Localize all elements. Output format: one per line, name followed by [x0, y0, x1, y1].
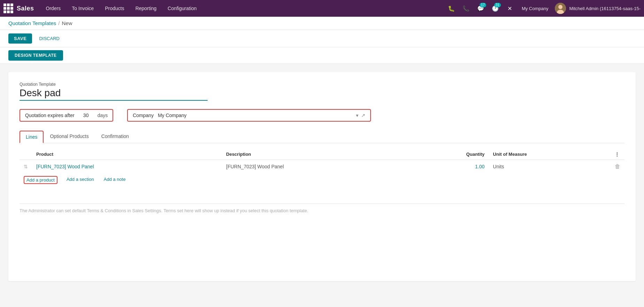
phone-icon[interactable]: 📞	[460, 3, 472, 14]
avatar[interactable]	[555, 3, 566, 14]
top-navigation: Sales Orders To Invoice Products Reporti…	[0, 0, 644, 17]
delete-cell: 🗑	[611, 160, 624, 174]
company-box: Company My Company ▾ ↗	[127, 109, 371, 122]
terms-text: The Administrator can set default Terms …	[20, 208, 624, 213]
col-header-options[interactable]: ⋮	[611, 149, 624, 160]
nav-orders[interactable]: Orders	[41, 0, 66, 17]
close-icon[interactable]: ✕	[504, 3, 515, 14]
nav-configuration[interactable]: Configuration	[163, 0, 201, 17]
tab-confirmation[interactable]: Confirmation	[95, 130, 135, 143]
svg-point-1	[558, 5, 562, 9]
design-bar: DESIGN TEMPLATE	[0, 47, 644, 64]
user-name: Mitchell Admin (16113754-saas-15-	[569, 6, 641, 11]
bug-icon[interactable]: 🐛	[446, 3, 457, 14]
company-value[interactable]: My Company	[158, 113, 352, 118]
breadcrumb-separator: /	[58, 20, 60, 26]
company-actions: ▾ ↗	[356, 113, 365, 118]
discard-button[interactable]: DISCARD	[35, 33, 64, 44]
expiry-unit: days	[98, 113, 108, 118]
expiry-days-input[interactable]	[77, 113, 95, 118]
breadcrumb: Quotation Templates / New	[0, 17, 644, 30]
activity-badge: 31	[494, 3, 501, 7]
add-product-link[interactable]: Add a product	[24, 176, 57, 184]
expiry-label: Quotation expires after	[25, 113, 75, 118]
row-handle[interactable]: ⇅	[20, 160, 32, 174]
uom-cell: Units	[489, 160, 611, 174]
tabs: Lines Optional Products Confirmation	[20, 130, 624, 143]
table-row: ⇅ [FURN_7023] Wood Panel [FURN_7023] Woo…	[20, 160, 624, 174]
description-cell: [FURN_7023] Wood Panel	[222, 160, 412, 174]
main-content: Quotation Template Quotation expires aft…	[0, 64, 644, 290]
tab-lines[interactable]: Lines	[20, 131, 44, 143]
brand-label: Sales	[17, 5, 34, 12]
add-links: Add a product Add a section Add a note	[20, 173, 624, 187]
form-card: Quotation Template Quotation expires aft…	[8, 72, 636, 281]
breadcrumb-link[interactable]: Quotation Templates	[8, 20, 56, 26]
company-external-link-icon[interactable]: ↗	[361, 113, 365, 118]
activity-icon[interactable]: 🕐 31	[490, 3, 501, 14]
add-section-link[interactable]: Add a section	[66, 176, 95, 184]
quantity-cell[interactable]: 1.00	[412, 160, 489, 174]
save-button[interactable]: SAVE	[8, 33, 32, 44]
breadcrumb-current: New	[62, 20, 72, 26]
col-header-quantity: Quantity	[412, 149, 489, 160]
company-name: My Company	[522, 6, 549, 11]
col-header-description: Description	[222, 149, 412, 160]
messages-badge: 17	[480, 3, 486, 7]
fields-row: Quotation expires after days Company My …	[20, 109, 624, 122]
add-note-link[interactable]: Add a note	[103, 176, 126, 184]
delete-row-button[interactable]: 🗑	[615, 163, 620, 169]
col-header-uom: Unit of Measure	[489, 149, 611, 160]
expiry-box: Quotation expires after days	[20, 109, 113, 122]
page-wrapper: Quotation Templates / New SAVE DISCARD D…	[0, 17, 644, 307]
nav-to-invoice[interactable]: To Invoice	[67, 0, 99, 17]
product-cell[interactable]: [FURN_7023] Wood Panel	[32, 160, 222, 174]
header-icons: 🐛 📞 💬 17 🕐 31 ✕ My Company Mitchell Admi…	[446, 3, 641, 14]
product-table: Product Description Quantity Unit of Mea…	[20, 149, 624, 173]
apps-menu-icon[interactable]	[3, 3, 13, 13]
template-field-label: Quotation Template	[20, 82, 624, 87]
company-field-label: Company	[133, 113, 154, 118]
nav-reporting[interactable]: Reporting	[131, 0, 162, 17]
messages-icon[interactable]: 💬 17	[475, 3, 486, 14]
design-template-button[interactable]: DESIGN TEMPLATE	[8, 50, 63, 61]
tab-optional-products[interactable]: Optional Products	[44, 130, 95, 143]
template-name-input[interactable]	[20, 87, 208, 101]
terms-section: The Administrator can set default Terms …	[20, 204, 624, 213]
action-bar: SAVE DISCARD	[0, 30, 644, 47]
company-dropdown-icon[interactable]: ▾	[356, 113, 358, 118]
col-header-product: Product	[32, 149, 222, 160]
nav-products[interactable]: Products	[100, 0, 129, 17]
